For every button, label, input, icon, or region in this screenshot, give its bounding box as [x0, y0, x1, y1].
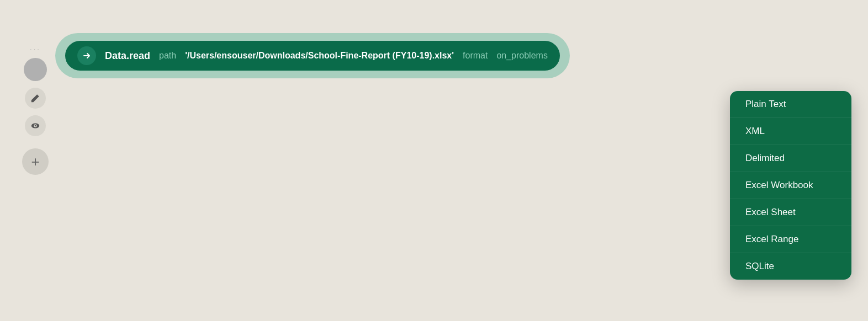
- eye-icon-button[interactable]: [25, 115, 46, 136]
- node-path-label: path: [159, 51, 176, 61]
- node-method-label: Data.read: [105, 50, 150, 62]
- edit-icon-button[interactable]: [25, 88, 46, 109]
- node-outer: Data.read path '/Users/ensouser/Download…: [55, 33, 570, 78]
- dropdown-item-excel-range[interactable]: Excel Range: [730, 226, 851, 253]
- node-circle: [24, 58, 47, 81]
- sidebar: ... +: [22, 44, 49, 175]
- add-button[interactable]: +: [22, 148, 49, 175]
- dropdown-item-excel-sheet[interactable]: Excel Sheet: [730, 199, 851, 226]
- node-container: Data.read path '/Users/ensouser/Download…: [55, 33, 851, 78]
- sidebar-dots: ...: [30, 44, 41, 51]
- dropdown-item-xml[interactable]: XML: [730, 118, 851, 145]
- node-on-problems-label: on_problems: [496, 51, 548, 61]
- node-format-label[interactable]: format: [463, 51, 488, 61]
- data-read-node[interactable]: Data.read path '/Users/ensouser/Download…: [65, 41, 560, 71]
- svg-point-2: [35, 125, 36, 127]
- arrow-right-icon: [82, 51, 91, 60]
- dropdown-item-plain-text[interactable]: Plain Text: [730, 91, 851, 118]
- node-path-value[interactable]: '/Users/ensouser/Downloads/School-Fine-R…: [185, 51, 454, 61]
- dropdown-item-sqlite[interactable]: SQLite: [730, 253, 851, 280]
- eye-icon: [30, 121, 40, 131]
- format-dropdown: Plain TextXMLDelimitedExcel WorkbookExce…: [730, 91, 851, 280]
- pencil-icon: [30, 93, 40, 103]
- dropdown-item-excel-workbook[interactable]: Excel Workbook: [730, 172, 851, 199]
- node-arrow-icon: [77, 46, 96, 65]
- dropdown-item-delimited[interactable]: Delimited: [730, 145, 851, 172]
